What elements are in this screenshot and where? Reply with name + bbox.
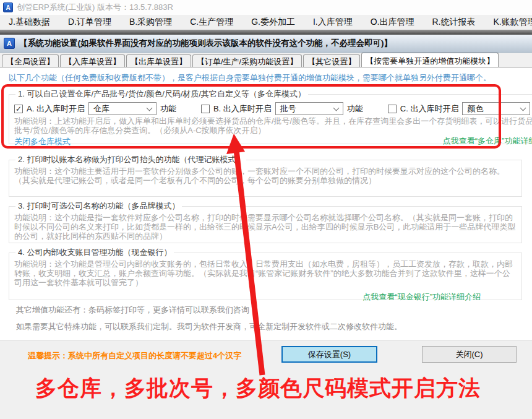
menu-item-purchase-mgmt[interactable]: B.采购管理 <box>129 15 172 29</box>
window-divider <box>0 30 532 35</box>
settings-tabs: 【全局设置】 【入库单设置】 【出库单设置】 【订单/生产/采购功能设置】 【其… <box>0 53 532 67</box>
option-b-suffix: 功能 <box>347 103 363 114</box>
dialog-icon: A <box>4 38 15 49</box>
batch-select[interactable]: 批号 <box>275 102 343 115</box>
section3-description: 功能说明：这个功能是指一套软件对应多个公司名称，打印的时候需要显示哪个公司名称就… <box>14 213 517 241</box>
section1-links: 关闭多仓库模式 点我查看“多仓库”功能详细介绍 <box>14 136 532 146</box>
option-a-suffix: 功能 <box>160 103 176 114</box>
warehouse-select-value: 仓库 <box>93 103 109 114</box>
section-multi-warehouse: 1. 可以自己设置仓库/产品批号/货位/颜色/尺码/材质/其它自定义等（多仓库模… <box>9 89 532 144</box>
checkbox-batch[interactable] <box>201 105 210 113</box>
checkbox-warehouse-label: A. 出入库时开启 <box>27 103 85 114</box>
menu-item-inbound-mgmt[interactable]: I.入库管理 <box>313 15 353 29</box>
section3-title: 3. 打印时可选公司名称的功能（多品牌模式） <box>15 201 182 212</box>
warehouse-select[interactable]: 仓库 <box>88 102 157 115</box>
save-settings-button[interactable]: 保存设置(S) <box>281 346 377 363</box>
color-select[interactable]: 颜色 <box>462 102 530 115</box>
section-cash-bank: 4. 公司内部收支账目管理功能（现金银行） 功能说明：这个功能是管理公司内部的收… <box>9 247 522 300</box>
tab-inbound-settings[interactable]: 【入库单设置】 <box>60 54 125 67</box>
chevron-down-icon <box>146 105 152 111</box>
multi-warehouse-detail-link[interactable]: 点我查看“多仓库”功能详细介绍 <box>443 136 532 147</box>
dialog-title: 【系统功能设置(如果软件界面没有对应的功能项则表示该版本的软件没有这个功能，不必… <box>19 38 392 49</box>
section2-title: 2. 打印时以账本名称做为打印公司抬头的功能（代理记账模式） <box>15 154 246 165</box>
tab-order-production-purchase-settings[interactable]: 【订单/生产/采购功能设置】 <box>192 54 302 67</box>
section4-description: 功能说明：这个功能是管理公司内部的收支账务的，包括日常收入，日常费用支出（如水电… <box>14 259 517 287</box>
checkbox-warehouse[interactable] <box>14 105 23 113</box>
dialog-header: A 【系统功能设置(如果软件界面没有对应的功能项则表示该版本的软件没有这个功能，… <box>0 35 532 53</box>
section1-title: 1. 可以自己设置仓库/产品批号/货位/颜色/尺码/材质/其它自定义等（多仓库模… <box>15 89 308 100</box>
tab-other-settings[interactable]: 【其它设置】 <box>303 54 360 67</box>
section1-description: 功能说明：上述功能开启后，做入库单和出库单时必须要选择货品的仓库/批号/颜色等。… <box>14 116 532 135</box>
app-icon: A <box>3 2 13 12</box>
checkbox-batch-label: B. 出入库时开启 <box>213 103 272 114</box>
option-b-group: B. 出入库时开启 批号 功能 <box>201 102 363 115</box>
other-addons-note: 其它增值功能还有：条码标签打印等，更多详情可以联系我们咨询 <box>16 305 249 316</box>
menu-item-reports[interactable]: R.统计报表 <box>432 15 475 29</box>
option-a-group: A. 出入库时开启 仓库 功能 <box>14 102 176 115</box>
warning-text: 温馨提示：系统中所有自定义项目的长度请不要超过4个汉字 <box>28 350 241 361</box>
section1-options-row: A. 出入库时开启 仓库 功能 B. 出入库时开启 批号 功能 C. 出入库时开… <box>14 102 532 115</box>
menu-item-order-mgmt[interactable]: D.订单管理 <box>68 15 111 29</box>
tab-outbound-settings[interactable]: 【出库单设置】 <box>126 54 191 67</box>
close-multi-warehouse-link[interactable]: 关闭多仓库模式 <box>14 137 71 146</box>
checkbox-color[interactable] <box>388 105 397 113</box>
menu-item-production-mgmt[interactable]: C.生产管理 <box>190 15 233 29</box>
custom-development-note: 如果需要其它特殊功能，可以联系我们定制。我司为软件开发商，可全新定制开发软件或二… <box>16 321 402 332</box>
window-title: 创管ERP系统(工业版) 版本号：13.5.7.883R <box>17 2 173 13</box>
tab-global-settings[interactable]: 【全局设置】 <box>2 54 59 67</box>
option-c-group: C. 出入库时开启 颜色 功能 <box>388 102 532 115</box>
title-bar: A 创管ERP系统(工业版) 版本号：13.5.7.883R <box>0 0 532 15</box>
chevron-down-icon <box>333 105 339 111</box>
section4-links: 点我查看“现金银行”功能详细介绍 <box>14 291 517 303</box>
menu-item-outsourcing[interactable]: G.委外加工 <box>251 15 295 29</box>
checkbox-color-label: C. 出入库时开启 <box>400 103 459 114</box>
batch-select-value: 批号 <box>280 103 296 114</box>
menu-item-accounts[interactable]: K.账款管理 <box>493 15 532 29</box>
section-agency-bookkeeping: 2. 打印时以账本名称做为打印公司抬头的功能（代理记账模式） 功能说明：这个功能… <box>9 154 522 197</box>
tab-paid-addon-modules[interactable]: 【按需要单独开通的增值功能模块】 <box>361 53 499 67</box>
menu-item-outbound-mgmt[interactable]: O.出库管理 <box>371 15 414 29</box>
chevron-down-icon <box>520 105 526 111</box>
close-button[interactable]: 关闭(C) <box>422 346 517 363</box>
intro-text: 以下几个功能（任何免费版和收费版都不带），是客户根据自身需要单独付费开通的增值功… <box>9 72 491 84</box>
menu-item-basic-data[interactable]: J.基础数据 <box>9 15 50 29</box>
annotation-text: 多仓库，多批次号，多颜色尺码模式开启方法 <box>35 374 481 403</box>
section-multi-brand: 3. 打印时可选公司名称的功能（多品牌模式） 功能说明：这个功能是指一套软件对应… <box>9 201 522 243</box>
section4-title: 4. 公司内部收支账目管理功能（现金银行） <box>15 247 174 258</box>
color-select-value: 颜色 <box>467 103 483 114</box>
menu-bar: J.基础数据 D.订单管理 B.采购管理 C.生产管理 G.委外加工 I.入库管… <box>0 15 532 30</box>
section2-description: 功能说明：这个功能主要适用于用一套软件分别做多个公司的账，一套账对应一个不同的公… <box>14 166 517 185</box>
cash-bank-detail-link[interactable]: 点我查看“现金银行”功能详细介绍 <box>363 292 481 301</box>
